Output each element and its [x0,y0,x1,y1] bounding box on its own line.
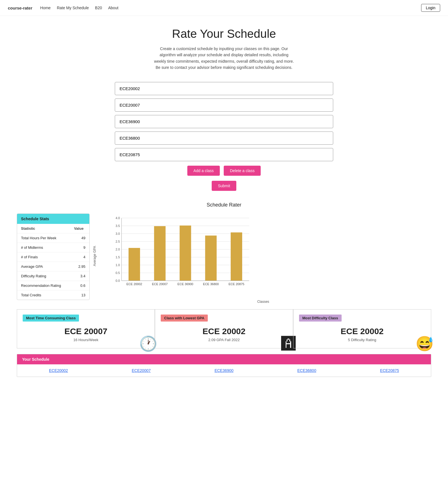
page-title: Rate Your Schedule [6,27,442,41]
stats-header: Schedule Stats [17,214,89,224]
x-axis-label: Classes [95,300,431,304]
svg-text:1.5: 1.5 [116,255,120,259]
page-header: Rate Your Schedule Create a customized s… [0,16,448,76]
schedule-rater-title: Schedule Rater [17,202,431,208]
brand-logo[interactable]: course-rater [8,6,32,10]
table-row: # of Midterms9 [17,243,89,252]
card-subtitle-2: 5 Difficulty Rating [299,338,425,342]
card-1: Class with Lowest GPA ECE 20002 2.09 GPA… [155,309,293,348]
stat-value: 9 [70,243,89,252]
class-form: Add a class Delete a class Submit [0,76,448,196]
card-2: Most Difficulty Class ECE 20002 5 Diffic… [293,309,431,348]
svg-rect-24 [205,235,217,280]
table-row: Total Hours Per Week49 [17,233,89,243]
svg-rect-26 [231,232,242,280]
stat-name: Difficulty Rating [17,271,70,281]
table-row: Recommendation Rating0.6 [17,281,89,290]
stat-value: 13 [70,290,89,300]
class-input-4[interactable] [115,132,333,145]
card-title-1: Class with Lowest GPA [161,315,208,322]
nav-home[interactable]: Home [40,6,51,10]
stat-name: # of Midterms [17,243,70,252]
svg-text:ECE 20002: ECE 20002 [126,282,142,286]
table-row: Difficulty Rating3.4 [17,271,89,281]
schedule-link-4[interactable]: ECE20875 [348,364,431,377]
svg-text:ECE 36900: ECE 36900 [178,282,193,286]
delete-class-button[interactable]: Delete a class [224,166,261,176]
submit-button[interactable]: Submit [212,181,236,191]
class-input-2[interactable] [115,99,333,112]
card-icon-2: 😅 [416,336,434,351]
results-section: Schedule Rater Schedule Stats Statistic … [0,196,448,388]
stat-name: Total Hours Per Week [17,233,70,243]
class-input-1[interactable] [115,82,333,95]
svg-text:ECE 20007: ECE 20007 [152,282,168,286]
stat-name: # of Finals [17,252,70,262]
svg-rect-20 [154,226,165,281]
bar-chart-container: Average GPA 0.00.51.01.52.02.53.03.54.0E… [95,214,431,304]
stat-name: Average GPA [17,262,70,271]
stat-value: 0.6 [70,281,89,290]
main-content-row: Schedule Stats Statistic Value Total Hou… [17,214,431,304]
col-statistic: Statistic [17,224,70,233]
nav-rate[interactable]: Rate My Schedule [57,6,89,10]
stat-value: 4 [70,252,89,262]
svg-rect-18 [129,248,140,281]
schedule-link-2[interactable]: ECE36900 [183,364,265,377]
class-input-5[interactable] [115,148,333,161]
svg-text:ECE 36800: ECE 36800 [203,282,219,286]
table-row: Average GPA2.95 [17,262,89,271]
schedule-link-1[interactable]: ECE20007 [100,364,183,377]
svg-rect-22 [179,225,191,280]
login-button[interactable]: Login [421,4,440,12]
nav-about[interactable]: About [108,6,118,10]
schedule-link-0[interactable]: ECE20002 [17,364,100,377]
card-course-0: ECE 20007 [23,327,149,336]
card-title-2: Most Difficulty Class [299,315,342,322]
schedule-section: Your Schedule ECE20002ECE20007ECE36900EC… [17,354,431,377]
svg-text:3.0: 3.0 [116,232,120,235]
nav-left: course-rater Home Rate My Schedule B20 A… [8,6,118,10]
card-course-2: ECE 20002 [299,327,425,336]
stats-table: Statistic Value Total Hours Per Week49# … [17,224,89,300]
card-subtitle-1: 2.09 GPA Fall 2022 [161,338,287,342]
svg-text:4.0: 4.0 [116,216,120,220]
card-course-1: ECE 20002 [161,327,287,336]
card-title-0: Most Time Consuming Class [23,315,79,322]
y-axis-label: Average GPA [93,246,97,266]
card-subtitle-0: 16 Hours/Week [23,338,149,342]
table-row: Total Credits13 [17,290,89,300]
svg-text:1.0: 1.0 [116,263,120,267]
schedule-header: Your Schedule [17,354,431,364]
cards-row: Most Time Consuming Class ECE 20007 16 H… [17,309,431,348]
stat-name: Total Credits [17,290,70,300]
stat-value: 49 [70,233,89,243]
form-btn-row: Add a class Delete a class [187,166,261,176]
stat-name: Recommendation Rating [17,281,70,290]
svg-text:0.0: 0.0 [116,279,120,282]
svg-text:2.5: 2.5 [116,240,120,243]
svg-text:0.5: 0.5 [116,271,120,275]
stat-value: 2.95 [70,262,89,271]
svg-text:ECE 20875: ECE 20875 [228,282,244,286]
svg-text:3.5: 3.5 [116,224,120,228]
nav-b20[interactable]: B20 [95,6,102,10]
col-value: Value [70,224,89,233]
page-description: Create a customized schedule by inputtin… [154,46,294,71]
table-row: # of Finals4 [17,252,89,262]
stat-value: 3.4 [70,271,89,281]
class-input-3[interactable] [115,115,333,128]
schedule-link-3[interactable]: ECE36800 [265,364,348,377]
add-class-button[interactable]: Add a class [187,166,220,176]
navbar: course-rater Home Rate My Schedule B20 A… [0,0,448,16]
card-0: Most Time Consuming Class ECE 20007 16 H… [17,309,155,348]
stats-table-container: Schedule Stats Statistic Value Total Hou… [17,214,90,300]
nav-links: Home Rate My Schedule B20 About [40,6,118,10]
schedule-links: ECE20002ECE20007ECE36900ECE36800ECE20875 [17,364,431,377]
bar-chart-svg: 0.00.51.01.52.02.53.03.54.0ECE 20002ECE … [109,214,255,297]
svg-text:2.0: 2.0 [116,248,120,251]
